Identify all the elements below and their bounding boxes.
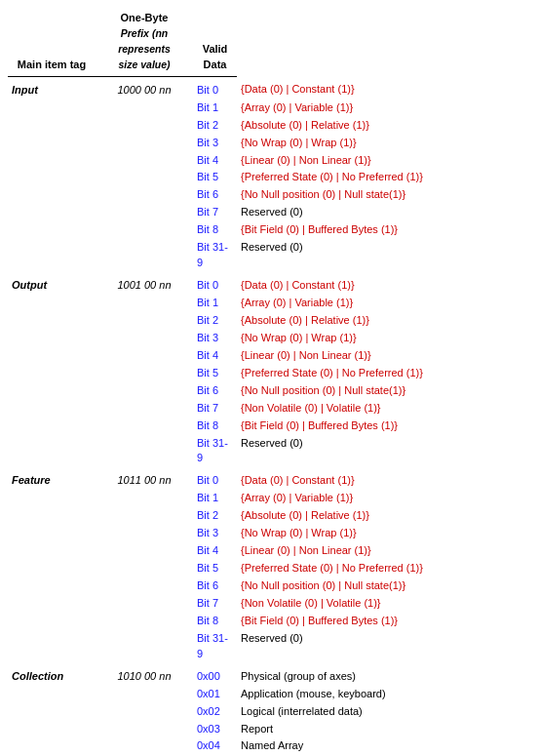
bit-data-1-8: {Bit Field (0) | Buffered Bytes (1)} xyxy=(237,418,532,435)
section-prefix-3: 1010 00 nn xyxy=(96,663,193,686)
bit-label-0-2: Bit 2 xyxy=(193,117,237,135)
bit-data-3-1: Application (mouse, keyboard) xyxy=(237,686,532,703)
section-tag-1 xyxy=(8,330,96,347)
section-tag-0 xyxy=(8,169,96,186)
section-prefix-1 xyxy=(96,347,193,365)
section-prefix-3 xyxy=(96,703,193,721)
bit-data-1-5: {Preferred State (0) | No Preferred (1)} xyxy=(237,365,532,382)
section-prefix-1 xyxy=(96,295,193,312)
bit-data-2-0: {Data (0) | Constant (1)} xyxy=(237,467,532,490)
section-tag-0 xyxy=(8,186,96,204)
section-tag-0 xyxy=(8,152,96,170)
section-prefix-0 xyxy=(96,117,193,135)
bit-label-0-8: Bit 8 xyxy=(193,221,237,239)
section-tag-0 xyxy=(8,239,96,272)
main-table: Main item tag One-Byte Prefix (nn repres… xyxy=(8,10,532,756)
section-prefix-2 xyxy=(96,490,193,507)
section-tag-0 xyxy=(8,117,96,135)
bit-data-0-8: {Bit Field (0) | Buffered Bytes (1)} xyxy=(237,221,532,239)
bit-data-3-2: Logical (interrelated data) xyxy=(237,703,532,721)
section-prefix-2 xyxy=(96,630,193,663)
section-tag-0 xyxy=(8,204,96,221)
bit-label-1-1: Bit 1 xyxy=(193,295,237,312)
section-tag-2 xyxy=(8,507,96,525)
bit-label-2-4: Bit 4 xyxy=(193,542,237,560)
section-prefix-3 xyxy=(96,686,193,703)
bit-label-2-7: Bit 7 xyxy=(193,595,237,613)
bit-data-2-6: {No Null position (0) | Null state(1)} xyxy=(237,577,532,595)
section-prefix-0 xyxy=(96,221,193,239)
bit-data-2-1: {Array (0) | Variable (1)} xyxy=(237,490,532,507)
bit-data-1-0: {Data (0) | Constant (1)} xyxy=(237,272,532,295)
section-tag-3 xyxy=(8,686,96,703)
section-tag-1 xyxy=(8,365,96,382)
section-tag-0 xyxy=(8,221,96,239)
section-tag-3 xyxy=(8,721,96,738)
bit-label-3-0: 0x00 xyxy=(193,663,237,686)
bit-data-0-1: {Array (0) | Variable (1)} xyxy=(237,99,532,117)
bit-data-0-4: {Linear (0) | Non Linear (1)} xyxy=(237,152,532,170)
section-prefix-0: 1000 00 nn xyxy=(96,76,193,99)
bit-data-0-7: Reserved (0) xyxy=(237,204,532,221)
section-tag-1 xyxy=(8,435,96,468)
bit-data-1-4: {Linear (0) | Non Linear (1)} xyxy=(237,347,532,365)
bit-data-2-2: {Absolute (0) | Relative (1)} xyxy=(237,507,532,525)
section-tag-1 xyxy=(8,312,96,330)
section-prefix-0 xyxy=(96,99,193,117)
section-tag-1 xyxy=(8,418,96,435)
section-prefix-2 xyxy=(96,525,193,542)
bit-data-3-4: Named Array xyxy=(237,737,532,755)
bit-data-1-1: {Array (0) | Variable (1)} xyxy=(237,295,532,312)
bit-label-1-5: Bit 5 xyxy=(193,365,237,382)
section-tag-1: Output xyxy=(8,272,96,295)
bit-label-3-3: 0x03 xyxy=(193,721,237,738)
section-tag-3 xyxy=(8,703,96,721)
bit-label-2-1: Bit 1 xyxy=(193,490,237,507)
section-prefix-2: 1011 00 nn xyxy=(96,467,193,490)
bit-label-2-0: Bit 0 xyxy=(193,467,237,490)
bit-label-1-3: Bit 3 xyxy=(193,330,237,347)
bit-data-0-3: {No Wrap (0) | Wrap (1)} xyxy=(237,135,532,152)
bit-data-2-4: {Linear (0) | Non Linear (1)} xyxy=(237,542,532,560)
bit-label-0-3: Bit 3 xyxy=(193,135,237,152)
section-prefix-2 xyxy=(96,507,193,525)
section-prefix-1 xyxy=(96,435,193,468)
section-prefix-1 xyxy=(96,312,193,330)
section-prefix-2 xyxy=(96,577,193,595)
header-prefix: One-Byte Prefix (nn representssize value… xyxy=(96,10,193,76)
section-prefix-0 xyxy=(96,204,193,221)
bit-label-2-2: Bit 2 xyxy=(193,507,237,525)
section-tag-1 xyxy=(8,382,96,400)
section-prefix-1 xyxy=(96,382,193,400)
bit-data-1-7: {Non Volatile (0) | Volatile (1)} xyxy=(237,400,532,418)
section-tag-0: Input xyxy=(8,76,96,99)
section-prefix-2 xyxy=(96,560,193,577)
bit-data-1-6: {No Null position (0) | Null state(1)} xyxy=(237,382,532,400)
bit-data-0-0: {Data (0) | Constant (1)} xyxy=(237,76,532,99)
section-prefix-0 xyxy=(96,169,193,186)
section-tag-2 xyxy=(8,542,96,560)
bit-label-0-6: Bit 6 xyxy=(193,186,237,204)
bit-data-1-9: Reserved (0) xyxy=(237,435,532,468)
bit-label-1-9: Bit 31-9 xyxy=(193,435,237,468)
bit-label-1-6: Bit 6 xyxy=(193,382,237,400)
bit-data-0-9: Reserved (0) xyxy=(237,239,532,272)
bit-label-0-9: Bit 31-9 xyxy=(193,239,237,272)
section-prefix-0 xyxy=(96,152,193,170)
bit-label-2-9: Bit 31-9 xyxy=(193,630,237,663)
section-tag-1 xyxy=(8,295,96,312)
section-tag-2 xyxy=(8,560,96,577)
section-prefix-3 xyxy=(96,721,193,738)
bit-data-3-0: Physical (group of axes) xyxy=(237,663,532,686)
bit-data-3-3: Report xyxy=(237,721,532,738)
section-prefix-3 xyxy=(96,737,193,755)
bit-data-1-3: {No Wrap (0) | Wrap (1)} xyxy=(237,330,532,347)
section-tag-3 xyxy=(8,737,96,755)
section-tag-0 xyxy=(8,135,96,152)
bit-label-1-4: Bit 4 xyxy=(193,347,237,365)
bit-label-0-5: Bit 5 xyxy=(193,169,237,186)
section-prefix-1 xyxy=(96,418,193,435)
bit-data-2-5: {Preferred State (0) | No Preferred (1)} xyxy=(237,560,532,577)
bit-label-0-0: Bit 0 xyxy=(193,76,237,99)
bit-label-0-4: Bit 4 xyxy=(193,152,237,170)
